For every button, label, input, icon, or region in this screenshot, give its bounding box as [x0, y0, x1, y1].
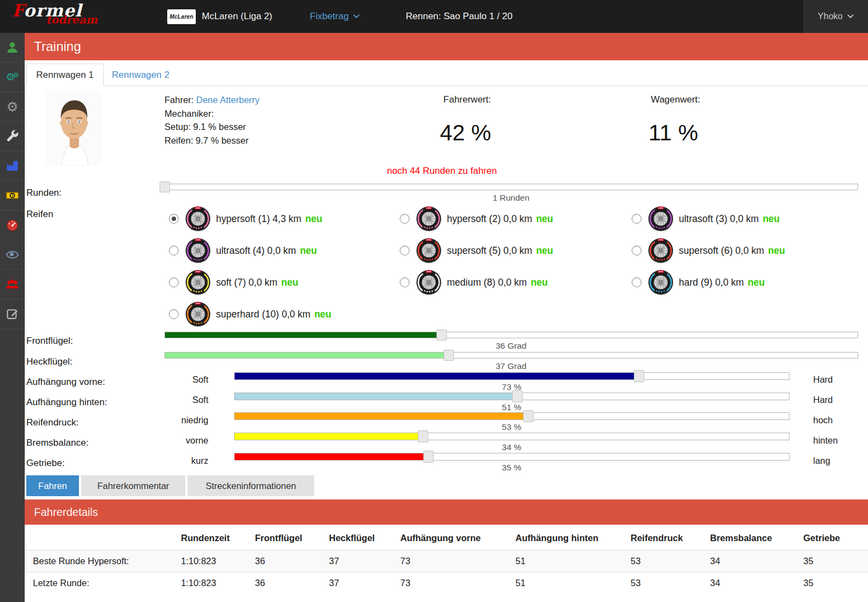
aufhaengung-hinten-label: Aufhängung hinten: — [26, 397, 107, 408]
fahren-button[interactable]: Fahren — [26, 475, 79, 496]
radio-tire-9[interactable] — [632, 277, 642, 287]
logo-letter-f: F — [12, 1, 24, 20]
frontfluegel-slider-handle[interactable] — [436, 330, 447, 340]
col-rundenzeit: Rundenzeit — [181, 525, 255, 550]
getriebe-max-label: lang — [813, 456, 830, 466]
sidebar-item-observe[interactable] — [0, 240, 25, 270]
getriebe-slider[interactable] — [234, 453, 790, 461]
tire-status-neu: neu — [748, 277, 765, 288]
tire-option-5[interactable]: supersoft (5) 0,0 km neu — [400, 235, 553, 266]
radio-tire-3[interactable] — [632, 214, 642, 224]
streckeninformationen-button[interactable]: Streckeninformationen — [188, 475, 314, 496]
reifendruck-max-label: hoch — [813, 415, 833, 425]
sidebar-item-settings[interactable]: ⚙ — [0, 92, 25, 122]
radio-tire-4[interactable] — [169, 246, 179, 255]
fahrerwert-label: Fahrerwert: — [444, 94, 491, 105]
fahrerdetails-table: Rundenzeit Frontflügel Heckflügel Aufhän… — [25, 525, 868, 594]
aufhaengung-vorne-slider[interactable] — [234, 372, 790, 380]
driver-name-line: Fahrer: Dene Atterberry — [164, 93, 259, 107]
radio-tire-5[interactable] — [400, 246, 410, 255]
tire-status-neu: neu — [763, 213, 780, 225]
bremsbalance-slider-handle[interactable] — [418, 430, 428, 442]
sidebar-item-driver[interactable] — [0, 33, 25, 63]
tire-medium-icon — [416, 269, 442, 296]
tab-pane-border — [25, 86, 25, 475]
tire-hypersoft-icon — [185, 206, 211, 232]
tire-status-neu: neu — [300, 245, 317, 257]
reifendruck-slider[interactable] — [234, 412, 790, 420]
driver-photo — [47, 90, 101, 166]
fahrerwert-value: 42 % — [440, 120, 491, 146]
aufhaengung-vorne-slider-handle[interactable] — [634, 370, 644, 382]
sidebar-item-team[interactable] — [0, 270, 25, 299]
tire-option-4[interactable]: ultrasoft (4) 0,0 km neu — [169, 235, 317, 266]
getriebe-label: Getriebe: — [26, 458, 65, 469]
tire-option-6[interactable]: supersoft (6) 0,0 km neu — [632, 235, 785, 266]
aufhaengung-hinten-value: 51 % — [502, 402, 521, 412]
aufhaengung-hinten-min-label: Soft — [154, 395, 208, 405]
sidebar-item-notes[interactable] — [0, 299, 25, 329]
aufhaengung-hinten-slider[interactable] — [234, 393, 790, 400]
tire-option-9[interactable]: hard (9) 0,0 km neu — [632, 267, 765, 298]
getriebe-slider-handle[interactable] — [423, 451, 434, 463]
heckfluegel-slider-handle[interactable] — [444, 350, 454, 361]
tire-option-2[interactable]: hypersoft (2) 0,0 km neu — [400, 203, 553, 234]
tire-option-10[interactable]: superhard (10) 0,0 km neu — [169, 299, 331, 330]
tire-status-neu: neu — [281, 277, 298, 288]
col-row-label — [25, 525, 181, 550]
bremsbalance-min-label: vorne — [154, 435, 208, 446]
table-header-row: Rundenzeit Frontflügel Heckflügel Aufhän… — [25, 525, 868, 550]
col-heckfluegel: Heckflügel — [329, 525, 400, 550]
aufhaengung-hinten-slider-handle[interactable] — [512, 390, 523, 402]
table-row: Beste Runde Hypersoft: 1:10:823 36 37 73… — [25, 550, 868, 572]
runden-slider[interactable] — [164, 184, 858, 190]
fahrerkommentar-button[interactable]: Fahrerkommentar — [81, 475, 185, 496]
runden-slider-handle[interactable] — [160, 181, 170, 192]
laps-remaining-warning: noch 44 Runden zu fahren — [387, 166, 497, 177]
bremsbalance-label: Bremsbalance: — [26, 438, 88, 448]
tire-option-3[interactable]: ultrasoft (3) 0,0 km neu — [632, 203, 780, 234]
sidebar-item-race[interactable] — [0, 211, 25, 240]
sidebar-item-finances[interactable] — [0, 181, 25, 211]
tab-rennwagen-1[interactable]: Rennwagen 1 — [26, 64, 104, 86]
getriebe-min-label: kurz — [154, 456, 208, 466]
driver-name-link[interactable]: Dene Atterberry — [196, 95, 260, 105]
eye-icon — [5, 248, 19, 262]
aufhaengung-vorne-min-label: Soft — [154, 374, 208, 385]
tire-option-8[interactable]: medium (8) 0,0 km neu — [400, 267, 548, 298]
heckfluegel-value: 37 Grad — [496, 361, 526, 371]
radio-tire-7[interactable] — [169, 277, 179, 287]
app-logo[interactable]: Formel todream — [12, 2, 111, 25]
radio-tire-8[interactable] — [400, 277, 410, 287]
radio-tire-2[interactable] — [400, 214, 410, 224]
sidebar-item-factory[interactable] — [0, 151, 25, 181]
fixbetrag-menu[interactable]: Fixbetrag — [310, 0, 360, 33]
tire-hard-icon — [648, 269, 674, 296]
aufhaengung-vorne-max-label: Hard — [813, 374, 833, 385]
col-aufhaengung-hinten: Aufhängung hinten — [515, 525, 631, 550]
user-menu[interactable]: Yhoko — [803, 0, 868, 33]
getriebe-value: 35 % — [502, 463, 521, 473]
team-icon — [5, 277, 19, 291]
tire-status-neu: neu — [305, 213, 322, 225]
tire-option-7[interactable]: soft (7) 0,0 km neu — [169, 267, 298, 298]
tab-rennwagen-2[interactable]: Rennwagen 2 — [103, 64, 178, 86]
setup-gears-icon: ⚙⚙ — [6, 72, 19, 82]
wagenwert-label: Wagenwert: — [651, 94, 700, 105]
car-tabs: Rennwagen 1 Rennwagen 2 — [25, 60, 868, 86]
frontfluegel-slider[interactable] — [164, 332, 858, 338]
radio-tire-1[interactable] — [169, 214, 179, 224]
sidebar-item-garage[interactable] — [0, 122, 25, 151]
radio-tire-6[interactable] — [632, 246, 642, 255]
bremsbalance-slider[interactable] — [234, 433, 790, 440]
tire-option-1[interactable]: hypersoft (1) 4,3 km neu — [169, 203, 322, 234]
table-row: Letzte Runde: 1:10:823 36 37 73 51 53 34… — [25, 572, 868, 594]
tire-status-neu: neu — [768, 245, 785, 257]
heckfluegel-slider[interactable] — [164, 352, 858, 359]
reifendruck-slider-handle[interactable] — [523, 410, 534, 422]
bremsbalance-max-label: hinten — [813, 435, 838, 446]
gauge-icon — [5, 218, 19, 232]
radio-tire-10[interactable] — [169, 309, 179, 319]
user-name: Yhoko — [818, 12, 842, 21]
sidebar-item-setup[interactable]: ⚙⚙ — [0, 63, 25, 92]
